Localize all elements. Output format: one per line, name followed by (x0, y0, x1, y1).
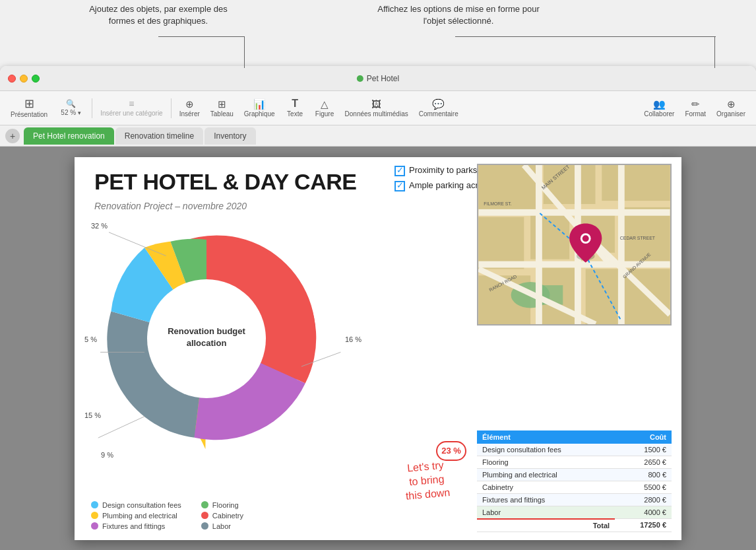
legend-item: Fixtures and fittings (91, 522, 181, 530)
text-button[interactable]: T Texte (280, 96, 310, 120)
svg-text:Renovation budget: Renovation budget (168, 326, 245, 336)
table-total-label: Total (477, 519, 615, 532)
insert-icon: ⊕ (185, 99, 194, 109)
annotations: Ajoutez des objets, par exemple des form… (0, 0, 756, 66)
shape-button[interactable]: △ Figure (310, 96, 340, 120)
organize-button[interactable]: ⊕ Organiser (711, 96, 751, 120)
tab-pet-hotel-renovation[interactable]: Pet Hotel renovation (24, 127, 114, 145)
checkbox-1[interactable] (394, 166, 405, 176)
table-total-row: Total17250 € (477, 519, 672, 532)
percent-label-9: 9 % (101, 451, 113, 459)
table-cell-cost: 2650 € (615, 456, 672, 468)
tab-inventory[interactable]: Inventory (205, 127, 255, 145)
slide[interactable]: PET HOTEL & DAY CARE Renovation Project … (75, 157, 681, 540)
media-button[interactable]: 🖼 Données multimédias (340, 96, 414, 120)
text-icon: T (292, 98, 298, 109)
table-row: Plumbing and electrical800 € (477, 468, 672, 481)
minimize-button[interactable] (20, 75, 28, 83)
table-cell-item: Flooring (477, 456, 615, 468)
window-title: Pet Hotel (357, 74, 399, 83)
percent-label-16: 16 % (345, 335, 362, 343)
insert-category-icon: ≡ (129, 99, 134, 108)
table-row: Design consultation fees1500 € (477, 444, 672, 456)
collaborate-icon: 👥 (653, 99, 666, 109)
svg-rect-14 (478, 209, 670, 215)
comment-button[interactable]: 💬 Commentaire (414, 96, 464, 120)
svg-point-31 (583, 235, 589, 242)
annotation-left: Ajoutez des objets, par exemple des form… (86, 3, 231, 27)
table-cell-cost: 800 € (615, 468, 672, 481)
table-button[interactable]: ⊞ Tableau (205, 96, 239, 120)
legend-color-dot (91, 501, 98, 508)
map-container: MAIN STREET RANCH ROAD GRAND AVENUE FILM… (477, 164, 672, 326)
presentation-button[interactable]: ⊞ Présentation (5, 95, 53, 121)
format-icon: ✏ (691, 99, 700, 109)
legend-item: Design consultation fees (91, 501, 181, 509)
legend-item: Flooring (201, 501, 243, 509)
table-cell-cost: 2800 € (615, 493, 672, 506)
legend-color-dot (201, 501, 208, 508)
title-icon (357, 75, 363, 82)
legend-item: Labor (201, 522, 243, 530)
svg-text:CEDAR STREET: CEDAR STREET (620, 236, 656, 240)
legend-color-dot (91, 512, 98, 519)
traffic-lights (8, 75, 40, 83)
annotation-right: Affichez les options de mise en forme po… (369, 3, 548, 27)
media-icon: 🖼 (371, 99, 381, 109)
canvas-area: PET HOTEL & DAY CARE Renovation Project … (0, 147, 756, 550)
close-button[interactable] (8, 75, 16, 83)
tabbar: + Pet Hotel renovation Renovation timeli… (0, 125, 756, 147)
legend-color-dot (201, 522, 208, 530)
table-cell-item: Design consultation fees (477, 444, 615, 456)
svg-rect-3 (602, 165, 670, 201)
tab-renovation-timeline[interactable]: Renovation timeline (115, 127, 203, 145)
main-window: Pet Hotel ⊞ Présentation 🔍 52 % ▾ ≡ Insé… (0, 66, 756, 550)
comment-icon: 💬 (432, 99, 445, 109)
table-cell-cost: 4000 € (615, 506, 672, 519)
insert-category-button[interactable]: ≡ Insérer une catégorie (95, 96, 168, 120)
legend-item: Plumbing and electrical (91, 512, 181, 520)
table-row: Labor4000 € (477, 506, 672, 519)
separator-1 (92, 98, 92, 118)
table-header-item: Élément (477, 430, 615, 444)
svg-rect-10 (586, 269, 618, 324)
table-total-value: 17250 € (615, 519, 672, 532)
titlebar: Pet Hotel (0, 66, 756, 91)
percent-label-5: 5 % (84, 335, 97, 343)
collaborate-button[interactable]: 👥 Collaborer (639, 96, 679, 120)
format-button[interactable]: ✏ Format (679, 96, 711, 120)
zoom-control[interactable]: 🔍 52 % ▾ (53, 97, 89, 119)
table-icon: ⊞ (218, 99, 226, 109)
chart-button[interactable]: 📊 Graphique (239, 96, 280, 120)
table-row: Flooring2650 € (477, 456, 672, 468)
table-cell-item: Fixtures and fittings (477, 493, 615, 506)
legend-color-dot (201, 512, 208, 519)
circle-23-percent: 23 % (436, 441, 466, 461)
table-cell-item: Labor (477, 506, 615, 519)
percent-label-15: 15 % (84, 411, 101, 419)
percent-label-32: 32 % (91, 222, 108, 230)
shape-icon: △ (321, 99, 329, 109)
svg-text:FILMORE ST.: FILMORE ST. (484, 201, 511, 205)
toolbar: ⊞ Présentation 🔍 52 % ▾ ≡ Insérer une ca… (0, 91, 756, 125)
table-row: Cabinetry5500 € (477, 481, 672, 493)
table-cell-cost: 1500 € (615, 444, 672, 456)
add-tab-button[interactable]: + (5, 129, 20, 143)
fullscreen-button[interactable] (32, 75, 40, 83)
scribble-annotation: Let's tryto bringthis down (402, 458, 451, 503)
svg-text:allocation: allocation (187, 338, 227, 348)
checkbox-2[interactable] (394, 181, 405, 191)
separator-2 (171, 98, 172, 118)
slide-title: PET HOTEL & DAY CARE (94, 169, 356, 195)
insert-button[interactable]: ⊕ Insérer (174, 96, 205, 120)
donut-chart-container: Renovation budget allocation 32 % 5 % 15… (81, 217, 365, 481)
table-header-cost: Coût (615, 430, 672, 444)
zoom-icon: 🔍 (66, 100, 76, 108)
legend-color-dot (91, 522, 98, 530)
legend-container: Design consultation feesFlooringPlumbing… (91, 501, 243, 530)
table-cell-item: Cabinetry (477, 481, 615, 493)
table-row: Fixtures and fittings2800 € (477, 493, 672, 506)
legend-item: Cabinetry (201, 512, 243, 520)
organize-icon: ⊕ (727, 99, 736, 109)
data-table-container: Élément Coût Design consultation fees150… (477, 430, 672, 532)
